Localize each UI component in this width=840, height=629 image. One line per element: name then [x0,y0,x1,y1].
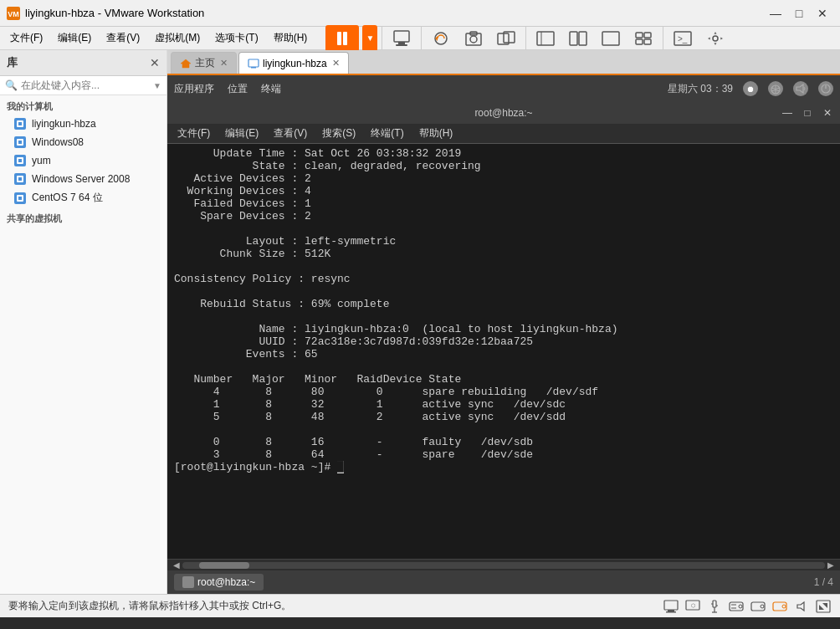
status-hdd2-icon[interactable] [750,598,766,615]
vm-network-icon[interactable] [768,81,783,96]
tab-home[interactable]: 主页 ✕ [171,52,237,74]
view-split-button[interactable] [563,23,593,54]
terminal-menu-help[interactable]: 帮助(H) [412,125,460,142]
pause-button[interactable] [325,25,359,52]
clone-button[interactable] [491,23,521,54]
sidebar-item-windows-server[interactable]: Windows Server 2008 [0,170,166,188]
vm-sound-icon[interactable] [793,81,808,96]
terminal-content[interactable]: Update Time : Sat Oct 26 03:38:32 2019 S… [167,144,840,559]
vm-toolbar-right: 星期六 03：39 ⏺ [668,81,833,96]
window-controls: — □ ✕ [765,3,833,24]
terminal-scrollbar[interactable]: ◀ ▶ [167,559,840,570]
send-ctrl-alt-del-button[interactable] [387,23,417,54]
view-unity-button[interactable] [628,23,658,54]
terminal-button[interactable]: >_ [668,23,698,54]
terminal-menu-search[interactable]: 搜索(S) [315,125,362,142]
tab-vm[interactable]: liyingkun-hbza ✕ [238,52,349,74]
svg-rect-14 [570,32,577,45]
bottom-tab-terminal[interactable]: root@hbza:~ [174,574,264,591]
bottom-tab-label: root@hbza:~ [197,576,255,588]
svg-rect-19 [636,39,643,44]
terminal-menu-file[interactable]: 文件(F) [171,125,217,142]
terminal-menu-view[interactable]: 查看(V) [267,125,314,142]
svg-marker-49 [797,602,804,611]
vm-icon-centos [13,192,27,205]
scroll-left-arrow[interactable]: ◀ [171,560,182,571]
menu-tabs[interactable]: 选项卡(T) [208,29,264,47]
my-computers-label: 我的计算机 [0,95,166,115]
view-fullscreen-button[interactable] [596,23,626,54]
terminal-title-text: root@hbza:~ [474,107,532,119]
status-hdd3-icon[interactable] [771,598,788,615]
menu-vm[interactable]: 虚拟机(M) [148,29,207,47]
status-network-icon[interactable]: ⬡ [684,598,701,615]
vm-icon-yum [13,154,27,167]
terminal-minimize-button[interactable]: — [778,105,796,121]
status-usb-icon[interactable] [706,598,723,615]
tab-home-close[interactable]: ✕ [220,58,228,69]
sidebar-item-liyingkun[interactable]: liyingkun-hbza [0,115,166,133]
page-indicator: 1 / 4 [814,576,833,588]
tab-vm-close[interactable]: ✕ [332,58,340,69]
settings-button[interactable] [700,23,730,54]
svg-rect-33 [666,611,676,613]
tab-bar: 主页 ✕ liyingkun-hbza ✕ [167,50,840,75]
scroll-thumb[interactable] [199,562,249,569]
sidebar-item-yum[interactable]: yum [0,151,166,170]
vm-power-icon[interactable] [818,81,833,96]
terminal-menu: 文件(F) 编辑(E) 查看(V) 搜索(S) 终端(T) 帮助(H) [167,124,840,144]
terminal-menu-edit[interactable]: 编辑(E) [218,125,265,142]
terminal-close-button[interactable]: ✕ [818,105,837,121]
maximize-button[interactable]: □ [788,3,810,24]
menu-edit[interactable]: 编辑(E) [51,29,98,47]
vm-record-icon[interactable]: ⏺ [743,81,758,96]
sidebar-item-centos[interactable]: CentOS 7 64 位 [0,188,166,207]
status-expand-icon[interactable] [815,598,832,615]
app-icon: VM [7,7,20,20]
search-input[interactable] [21,79,153,91]
search-dropdown-icon[interactable]: ▼ [153,81,161,90]
svg-rect-2 [394,31,409,42]
view-normal-button[interactable] [530,23,561,54]
close-button[interactable]: ✕ [812,3,833,24]
status-bar: 要将输入定向到该虚拟机，请将鼠标指针移入其中或按 Ctrl+G。 ⬡ [0,594,840,617]
snapshot-button[interactable] [458,23,489,54]
scroll-right-arrow[interactable]: ▶ [825,560,837,571]
svg-rect-36 [713,601,716,607]
menu-bar: 文件(F) 编辑(E) 查看(V) 虚拟机(M) 选项卡(T) 帮助(H) ▼ [0,27,840,50]
sidebar-item-label-yum: yum [32,155,51,166]
vm-clock: 星期六 03：39 [668,82,733,96]
status-monitor-icon[interactable] [663,598,679,615]
sidebar-item-windows08[interactable]: Windows08 [0,133,166,151]
sidebar: 库 ✕ 🔍 ▼ 我的计算机 liyingkun-hbza Windows08 y… [0,50,167,594]
revert-button[interactable] [426,23,456,54]
sidebar-title: 库 [7,55,18,70]
tab-home-label: 主页 [195,56,215,70]
svg-rect-25 [251,67,256,69]
vm-icon-liyingkun [13,117,27,130]
shared-vms-label: 共享的虚拟机 [0,207,166,227]
status-hdd1-icon[interactable] [728,598,745,615]
svg-rect-4 [396,44,407,46]
terminal-menu-terminal[interactable]: 终端(T) [364,125,410,142]
minimize-button[interactable]: — [765,3,786,24]
sidebar-search-bar[interactable]: 🔍 ▼ [0,76,166,95]
terminal-cursor: █ [337,461,344,473]
pause-dropdown[interactable]: ▼ [362,25,377,52]
sidebar-item-label-windows-server: Windows Server 2008 [32,173,130,185]
svg-point-46 [761,605,764,608]
menu-view[interactable]: 查看(V) [100,29,146,47]
svg-rect-16 [602,32,619,45]
vm-toolbar-apps[interactable]: 应用程序 [174,82,214,96]
menu-help[interactable]: 帮助(H) [267,29,315,47]
menu-file[interactable]: 文件(F) [3,29,49,47]
status-sound-icon[interactable] [793,598,810,615]
vm-toolbar-terminal[interactable]: 终端 [261,82,281,96]
svg-rect-15 [579,32,586,45]
terminal-maximize-button[interactable]: □ [798,105,817,121]
terminal-window-controls: — □ ✕ [778,105,837,121]
sidebar-close-button[interactable]: ✕ [150,56,160,69]
vm-toolbar-location[interactable]: 位置 [228,82,248,96]
svg-rect-3 [398,42,405,44]
svg-rect-20 [644,39,651,44]
